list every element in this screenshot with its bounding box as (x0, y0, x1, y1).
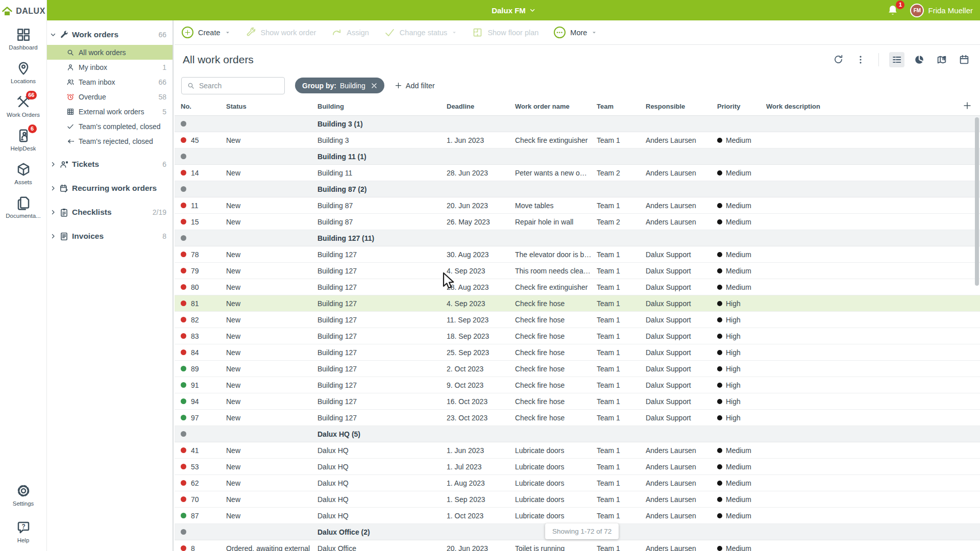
assign-button[interactable]: Assign (331, 27, 369, 38)
rail-item-locations[interactable]: Locations (0, 56, 46, 89)
add-filter-button[interactable]: Add filter (395, 82, 435, 90)
table-row[interactable]: 15NewBuilding 8726. May 2023Repair hole … (175, 214, 980, 230)
cell-building: Building 127 (317, 299, 447, 308)
table-row[interactable]: 79NewBuilding 1274. Sep 2023This room ne… (175, 263, 980, 279)
calendar-icon (959, 54, 970, 65)
cell-building: Building 3 (317, 136, 447, 144)
column-header-responsible[interactable]: Responsible (646, 103, 717, 110)
rail-item-documentation[interactable]: Documenta... (0, 190, 46, 223)
table-row[interactable]: 53NewDalux HQ1. Jul 2023Lubricate doorsT… (175, 459, 980, 475)
column-header-status[interactable]: Status (226, 103, 317, 110)
rail-item-assets[interactable]: Assets (0, 157, 46, 190)
list-view-button[interactable] (889, 52, 904, 67)
table-row[interactable]: 87NewDalux HQ1. Oct 2023Lubricate doorsT… (175, 508, 980, 524)
cell-priority: High (717, 397, 766, 406)
table-row[interactable]: 84NewBuilding 12725. Sep 2023Check fire … (175, 344, 980, 361)
cell-team: Team 1 (597, 544, 646, 551)
table-row[interactable]: 70NewDalux HQ1. Sep 2023Lubricate doorsT… (175, 491, 980, 508)
table-row[interactable]: 45NewBuilding 31. Jun 2023Check fire ext… (175, 132, 980, 148)
group-row[interactable]: Building 127 (11) (175, 230, 980, 246)
map-view-button[interactable] (934, 52, 949, 67)
sidebar-item-my-inbox[interactable]: My inbox 1 (47, 60, 173, 74)
table-row[interactable]: 78NewBuilding 12730. Aug 2023The elevato… (175, 246, 980, 263)
sidebar-item-teams-completed-closed[interactable]: Team's completed, closed (47, 119, 173, 134)
sidebar-item-all-work-orders[interactable]: All work orders (47, 45, 173, 60)
cell-no: 81 (181, 299, 226, 308)
search-box (181, 77, 285, 94)
sidebar-item-teams-rejected-closed[interactable]: Team's rejected, closed (47, 134, 173, 148)
search-input[interactable] (199, 82, 279, 90)
chevron-down-icon (452, 30, 457, 35)
add-column-button[interactable] (963, 101, 973, 111)
cell-deadline: 30. Aug 2023 (447, 251, 515, 259)
column-header-no[interactable]: No. (181, 103, 226, 110)
rail-item-settings[interactable]: Settings (0, 478, 46, 511)
table-row[interactable]: 83NewBuilding 12718. Sep 2023Check fire … (175, 328, 980, 344)
more-button[interactable]: ••• More (554, 27, 597, 38)
vertical-scrollbar-thumb[interactable] (975, 117, 979, 286)
kebab-menu-button[interactable] (853, 52, 868, 67)
column-header-priority[interactable]: Priority (717, 103, 766, 110)
table-row[interactable]: 11NewBuilding 8720. Jun 2023Move tablesT… (175, 197, 980, 214)
group-row[interactable]: Building 87 (2) (175, 181, 980, 197)
chart-view-button[interactable] (912, 52, 927, 67)
table-row[interactable]: 41NewDalux HQ1. Jun 2023Lubricate doorsT… (175, 442, 980, 459)
cell-priority: Medium (717, 136, 766, 144)
sidebar-item-overdue[interactable]: Overdue 58 (47, 89, 173, 104)
group-row[interactable]: Dalux HQ (5) (175, 426, 980, 442)
table-row[interactable]: 81NewBuilding 1274. Sep 2023Check fire h… (175, 295, 980, 312)
show-work-order-button[interactable]: Show work order (246, 27, 316, 38)
column-header-team[interactable]: Team (597, 103, 646, 110)
column-header-deadline[interactable]: Deadline (447, 103, 515, 110)
column-header-work-order-name[interactable]: Work order name (515, 103, 597, 110)
cell-deadline: 1. Jun 2023 (447, 136, 515, 144)
cell-priority: Medium (717, 463, 766, 471)
close-icon[interactable] (370, 82, 378, 90)
cell-no: 83 (181, 332, 226, 340)
notifications-button[interactable]: 1 (887, 4, 899, 16)
user-menu[interactable]: FM Frida Mueller (910, 4, 973, 17)
product-switcher[interactable]: Dalux FM (492, 6, 535, 15)
sidebar-item-team-inbox[interactable]: Team inbox 66 (47, 74, 173, 89)
create-button[interactable]: Create (182, 27, 230, 38)
rail-item-help[interactable]: ? Help (0, 515, 46, 548)
cell-responsible: Dalux Support (646, 348, 717, 357)
table-row[interactable]: 80NewBuilding 12728. Aug 2023Check fire … (175, 279, 980, 295)
rail-item-dashboard[interactable]: Dashboard (0, 22, 46, 55)
group-row[interactable]: Building 3 (1) (175, 116, 980, 132)
table-row[interactable]: 82NewBuilding 12711. Sep 2023Check fire … (175, 312, 980, 328)
cell-status: New (226, 463, 317, 471)
cell-no: 62 (181, 479, 226, 487)
cell-no: 79 (181, 267, 226, 275)
table-row[interactable]: 89NewBuilding 1272. Oct 2023Check fire h… (175, 361, 980, 377)
sidebar-item-external-work-orders[interactable]: External work orders 5 (47, 104, 173, 119)
table-row[interactable]: 94NewBuilding 12716. Oct 2023Check fire … (175, 393, 980, 410)
dalux-logo[interactable]: DALUX (1, 1, 45, 21)
priority-dot (717, 546, 722, 551)
sidebar-section-work-orders[interactable]: Work orders 66 (47, 27, 173, 43)
table-row[interactable]: 14NewBuilding 1128. Jun 2023Peter wants … (175, 165, 980, 181)
sidebar-section-recurring-work-orders[interactable]: Recurring work orders (47, 180, 173, 196)
rail-item-helpdesk[interactable]: 6 HelpDesk (0, 123, 46, 156)
rail-item-work-orders[interactable]: 66 Work Orders (0, 89, 46, 122)
cell-deadline: 28. Jun 2023 (447, 169, 515, 177)
sidebar-section-tickets[interactable]: Tickets 6 (47, 156, 173, 172)
work-order-number: 80 (191, 283, 199, 291)
cell-status: Ordered, awaiting external (226, 544, 317, 551)
column-header-work-description[interactable]: Work description (766, 103, 980, 110)
cell-deadline: 1. Jul 2023 (447, 463, 515, 471)
group-row[interactable]: Building 11 (1) (175, 148, 980, 165)
table-row[interactable]: 97NewBuilding 12723. Oct 2023Check fire … (175, 410, 980, 426)
sidebar-section-checklists[interactable]: Checklists 2/19 (47, 204, 173, 220)
change-status-button[interactable]: Change status (384, 27, 457, 38)
column-header-building[interactable]: Building (317, 103, 447, 110)
sidebar-section-invoices[interactable]: Invoices 8 (47, 228, 173, 244)
table-row[interactable]: 91NewBuilding 1279. Oct 2023Check fire h… (175, 377, 980, 393)
cell-deadline: 1. Oct 2023 (447, 512, 515, 520)
check-icon (66, 122, 75, 131)
table-row[interactable]: 62NewDalux HQ1. Aug 2023Lubricate doorsT… (175, 475, 980, 491)
table-row[interactable]: 8Ordered, awaiting externalDalux Office2… (175, 540, 980, 551)
calendar-view-button[interactable] (957, 52, 972, 67)
show-floor-plan-button[interactable]: Show floor plan (472, 27, 538, 38)
refresh-button[interactable] (830, 52, 846, 67)
